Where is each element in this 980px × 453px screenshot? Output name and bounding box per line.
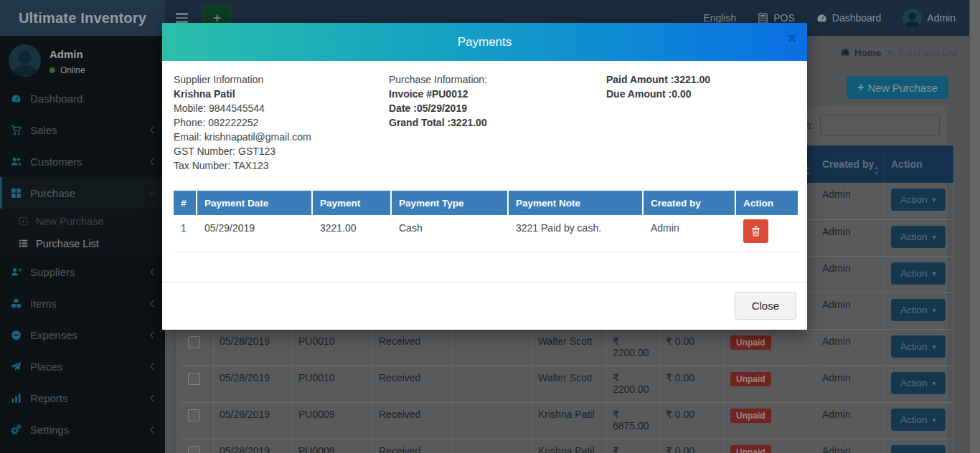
cell-action: Action▾ <box>885 256 953 292</box>
sidebar-item-purchase[interactable]: Purchase <box>0 177 165 209</box>
action-dropdown-button[interactable]: Action▾ <box>891 335 946 358</box>
supplier-mobile: Mobile: 9844545544 <box>174 101 389 115</box>
caret-down-icon: ▾ <box>933 306 936 314</box>
cell-due: ₹ 0.00 <box>660 402 725 439</box>
user-plus-icon <box>10 267 22 277</box>
cell-payment-status: Unpaid <box>725 402 816 439</box>
bar-chart-icon <box>10 393 22 404</box>
action-dropdown-button[interactable]: Action▾ <box>891 262 946 285</box>
pay-cell-date: 05/29/2019 <box>197 215 313 252</box>
cell-checkbox <box>182 439 214 453</box>
page-scrollbar[interactable] <box>969 0 980 453</box>
cell-purchase-no: PU0010 <box>293 329 373 366</box>
payments-header-row: # Payment Date Payment Payment Type Paym… <box>174 191 798 215</box>
purchase-row: 05/28/2019 PU0010 Received Walter Scott … <box>182 366 953 402</box>
action-dropdown-button[interactable]: Action▾ <box>891 226 946 248</box>
sidebar-item-purchase-list[interactable]: Purchase List <box>0 232 165 254</box>
cell-reference <box>452 439 532 453</box>
sidebar-item-places[interactable]: Places <box>0 351 165 382</box>
chevron-left-icon <box>149 331 155 339</box>
cell-due: ₹ 0.00 <box>660 366 725 402</box>
nav-item-admin[interactable]: Admin <box>903 9 956 28</box>
sidebar-item-suppliers[interactable]: Suppliers <box>0 256 165 287</box>
home-dashboard-icon <box>840 47 850 57</box>
action-dropdown-button[interactable]: Action▾ <box>891 372 946 394</box>
row-checkbox[interactable] <box>188 373 200 385</box>
payment-status-badge: Unpaid <box>730 445 771 453</box>
cell-action: Action▾ <box>885 439 953 453</box>
payment-status-badge: Unpaid <box>730 409 771 423</box>
sidebar-item-dashboard[interactable]: Dashboard <box>0 82 165 114</box>
supplier-info-heading: Supplier Information <box>174 72 389 87</box>
sidebar-item-reports[interactable]: Reports <box>0 382 165 414</box>
sidebar-item-settings[interactable]: Settings <box>0 414 165 445</box>
purchase-information: Purchase Information: Invoice #PU0012 Da… <box>389 72 606 173</box>
plus-square-icon <box>19 216 28 226</box>
nav-item-dashboard[interactable]: Dashboard <box>816 12 882 24</box>
search-input[interactable] <box>820 115 940 136</box>
sidebar-item-customers[interactable]: Customers <box>0 146 165 177</box>
purchase-submenu: New Purchase Purchase List <box>0 209 165 256</box>
sidebar-toggle-icon[interactable] <box>165 13 199 23</box>
plus-icon: + <box>857 81 864 94</box>
cell-action: Action▾ <box>885 183 953 219</box>
payment-status-badge: Unpaid <box>730 335 771 350</box>
due-amount: Due Amount :0.00 <box>606 87 796 101</box>
grid-icon <box>10 188 22 199</box>
sidebar-item-items[interactable]: Items <box>0 287 165 319</box>
pay-header-note: Payment Note <box>509 191 644 215</box>
cell-payment-status: Unpaid <box>725 329 816 366</box>
cell-action: Action▾ <box>885 292 953 329</box>
caret-down-icon: ▾ <box>933 416 936 424</box>
app-logo[interactable]: Ultimate Inventory <box>0 0 165 36</box>
close-icon[interactable]: × <box>788 31 796 45</box>
close-button[interactable]: Close <box>735 292 796 320</box>
cell-checkbox <box>182 329 214 366</box>
action-dropdown-button[interactable]: Action▾ <box>891 189 946 211</box>
cell-purchase-date: 05/28/2019 <box>214 366 293 402</box>
pay-cell-note: 3221 Paid by cash. <box>509 215 644 252</box>
header-created-by[interactable]: Created by <box>816 146 885 183</box>
cell-supplier: Krishna Patil <box>532 439 607 453</box>
pay-cell-type: Cash <box>392 215 509 252</box>
cell-created-by: Admin <box>816 292 885 329</box>
chevron-left-icon <box>149 363 155 371</box>
cubes-icon <box>10 298 22 309</box>
payments-modal: Payments × Supplier Information Krishna … <box>162 23 807 330</box>
cell-checkbox <box>182 366 214 402</box>
nav-item-english[interactable]: English <box>703 12 736 24</box>
minus-circle-icon <box>10 330 22 340</box>
header-action: Action <box>885 146 953 183</box>
cart-icon <box>10 125 22 135</box>
supplier-tax: Tax Number: TAX123 <box>174 158 389 173</box>
action-dropdown-button[interactable]: Action▾ <box>891 409 946 431</box>
purchase-invoice: Invoice #PU0012 <box>389 87 606 101</box>
sidebar-item-expenses[interactable]: Expenses <box>0 319 165 351</box>
new-purchase-button[interactable]: +New Purchase <box>847 76 948 99</box>
purchase-row: 05/28/2019 PU0010 Received Walter Scott … <box>182 329 953 366</box>
cell-status: Received <box>373 329 452 366</box>
delete-payment-button[interactable] <box>743 219 768 243</box>
list-icon <box>19 239 28 248</box>
chevron-left-icon <box>149 394 155 402</box>
row-checkbox[interactable] <box>188 336 200 348</box>
action-dropdown-button[interactable]: Action▾ <box>891 445 946 453</box>
breadcrumb-home-link[interactable]: Home <box>840 47 882 58</box>
pay-header-payment: Payment <box>313 191 392 215</box>
cell-created-by: Admin <box>816 256 885 292</box>
cell-purchase-no: PU0010 <box>293 366 373 402</box>
sidebar-item-sales[interactable]: Sales <box>0 114 165 146</box>
cell-created-by: Admin <box>816 219 885 256</box>
row-checkbox[interactable] <box>188 446 200 453</box>
purchase-info-heading: Purchase Information: <box>389 72 606 87</box>
caret-down-icon: ▾ <box>933 196 936 204</box>
sidebar-item-new-purchase[interactable]: New Purchase <box>0 210 165 232</box>
action-dropdown-button[interactable]: Action▾ <box>891 299 946 321</box>
cell-reference <box>452 402 532 439</box>
cell-created-by: Admin <box>816 366 885 402</box>
cell-created-by: Admin <box>816 183 885 219</box>
row-checkbox[interactable] <box>188 409 200 421</box>
modal-header: Payments × <box>162 23 807 61</box>
calculator-icon <box>758 13 768 24</box>
nav-item-pos[interactable]: POS <box>758 12 795 24</box>
